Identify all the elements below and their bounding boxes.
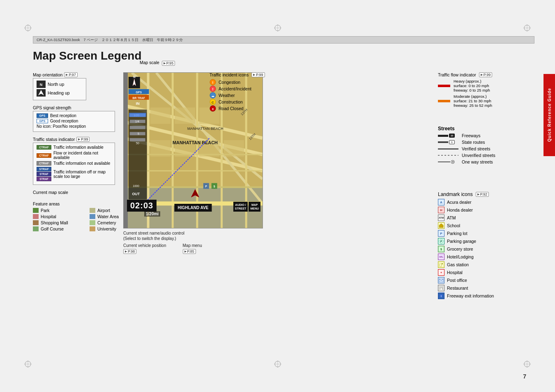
svg-rect-53	[130, 138, 145, 141]
incident-road-closed: X Road Closed	[210, 105, 265, 112]
traffic-available-badge: CTRAF	[37, 145, 51, 150]
incident-section: Traffic incident icons P.99 ! Congestion…	[210, 72, 265, 112]
mall-label: Shopping Mall	[41, 220, 68, 225]
svg-rect-59	[129, 113, 146, 117]
gps-label: GPS signal strength	[33, 105, 123, 110]
svg-text:GPS: GPS	[136, 91, 142, 94]
grocery-icon: $	[438, 246, 444, 252]
menu-label: MENU	[250, 207, 259, 210]
freeway-line-group: 10	[438, 134, 458, 138]
hospital-label: Hospital	[41, 214, 56, 219]
atm-label: ATM	[447, 215, 456, 220]
incident-construction: C Construction	[210, 99, 265, 105]
congestion-icon: !	[210, 79, 216, 85]
svg-text:IN: IN	[136, 101, 140, 106]
streets-label: Streets	[438, 126, 520, 131]
reg-mark-tl	[24, 24, 32, 32]
map-menu-text: Map menu	[183, 243, 202, 248]
landmark-ref: P.92	[476, 192, 489, 197]
construction-icon: C	[210, 99, 216, 105]
landmark-parking: P Parking lot	[438, 230, 520, 237]
park-label: Park	[41, 208, 50, 213]
svg-text:C: C	[212, 101, 214, 104]
gps-best-label: Best reception	[50, 113, 76, 118]
orientation-box: N North up Heading up	[33, 78, 86, 100]
university-label: University	[97, 226, 116, 231]
map-scale-annotation: Map scale P.95	[140, 60, 175, 66]
map-street-display: HIGHLAND AVE	[175, 204, 212, 212]
page-container: Quick Reference Guide CR-Z_KA-31SZT820.b…	[0, 0, 555, 392]
restaurant-icon	[438, 285, 444, 291]
map-orientation-text: Map orientation	[33, 72, 62, 77]
moderate-flow-bar	[438, 100, 450, 102]
audio-street-button[interactable]: AUDIO / STREET	[233, 202, 248, 212]
weather-label: Weather	[219, 93, 235, 98]
landmark-school: School	[438, 222, 520, 229]
traffic-status-label: Traffic status indicator P.99	[33, 137, 123, 142]
post-svg	[439, 278, 444, 283]
moderate-flow-text: Moderate (approx.)surface: 21 to 30 mphf…	[454, 94, 492, 108]
incident-weather: ☁ Weather	[210, 92, 265, 99]
side-tab: Quick Reference Guide	[543, 74, 555, 156]
incident-accident: ! Accident/Incident	[210, 85, 265, 92]
svg-text:1000: 1000	[133, 184, 139, 187]
gps-text: GPS signal strength	[33, 105, 71, 110]
svg-text:N: N	[133, 75, 136, 79]
feature-hospital: Hospital	[33, 214, 83, 219]
golf-swatch	[33, 226, 39, 231]
orientation-north: N North up	[37, 81, 83, 88]
oneway-arrow-icon	[450, 160, 455, 164]
restaurant-svg	[439, 286, 444, 291]
landmark-freeway-exit: i Freeway exit information	[438, 293, 520, 299]
traffic-flow-items: Heavy (approx.)surface: 0 to 20 mphfreew…	[438, 79, 520, 108]
gps-best: GPS Best reception	[37, 113, 111, 118]
bottom-labels-row: Current vehicle position P.98 Map menu P…	[123, 243, 271, 254]
vehicle-pos-ref: P.98	[123, 249, 136, 254]
map-menu-annotation: Map menu P.85	[183, 243, 202, 254]
road-closed-icon: X	[210, 105, 216, 112]
landmark-honda: H Honda dealer	[438, 207, 520, 213]
state-label: State routes	[462, 140, 485, 145]
school-label: School	[447, 223, 460, 228]
traffic-off-label: Traffic information off or map scale too…	[53, 170, 111, 179]
traffic-not-avail: CTRAF Traffic information not available	[37, 161, 111, 166]
cemetery-label: Cemetery	[97, 220, 116, 225]
gps-none: No icon: Poor/No reception	[37, 124, 111, 129]
svg-text:OUT: OUT	[132, 192, 140, 196]
cemetery-swatch	[90, 220, 95, 225]
traffic-not-label: Traffic information not available	[53, 161, 110, 166]
svg-text:☁: ☁	[211, 94, 214, 98]
verified-label: Verified streets	[462, 146, 490, 151]
feature-park: Park	[33, 208, 83, 213]
traffic-flow-ref: P.99	[479, 72, 492, 77]
svg-text:$: $	[440, 248, 442, 251]
left-column: Map orientation P.97 N North up	[33, 72, 123, 254]
landmark-garage: P Parking garage	[438, 238, 520, 244]
current-street-note-annotation: (Select to switch the display.)	[123, 236, 271, 241]
incident-ref: P.99	[251, 72, 265, 77]
atm-icon: ATM	[438, 214, 444, 221]
construction-label: Construction	[219, 99, 243, 104]
gas-svg	[439, 262, 444, 267]
traffic-status-ref: P.99	[76, 137, 90, 142]
grocery-svg: $	[439, 247, 444, 251]
traffic-flow-unavail: CTRAF Flow or incident data not availabl…	[37, 151, 111, 160]
map-menu-button[interactable]: MAP MENU	[249, 202, 260, 212]
state-line-group: 1	[438, 140, 458, 144]
freeway-label: Freeways	[462, 133, 481, 138]
north-up-icon: N	[37, 81, 46, 88]
svg-rect-99	[442, 263, 443, 264]
accident-icon: !	[210, 85, 216, 92]
landmark-restaurant: Restaurant	[438, 285, 520, 291]
verified-line	[438, 148, 458, 150]
orientation-heading: Heading up	[37, 89, 83, 97]
reg-mark-bl	[24, 360, 32, 368]
svg-marker-92	[439, 224, 443, 228]
feature-areas-text: Feature areas	[33, 201, 60, 206]
map-orientation-label: Map orientation P.97	[33, 72, 123, 77]
landmark-section: Landmark icons P.92 A Acura dealer H Hon…	[438, 191, 520, 300]
traffic-off-badge3: STRAF	[37, 177, 51, 181]
incident-text: Traffic incident icons	[210, 72, 249, 77]
oneway-label: One way streets	[462, 159, 493, 164]
svg-rect-47	[224, 140, 244, 157]
